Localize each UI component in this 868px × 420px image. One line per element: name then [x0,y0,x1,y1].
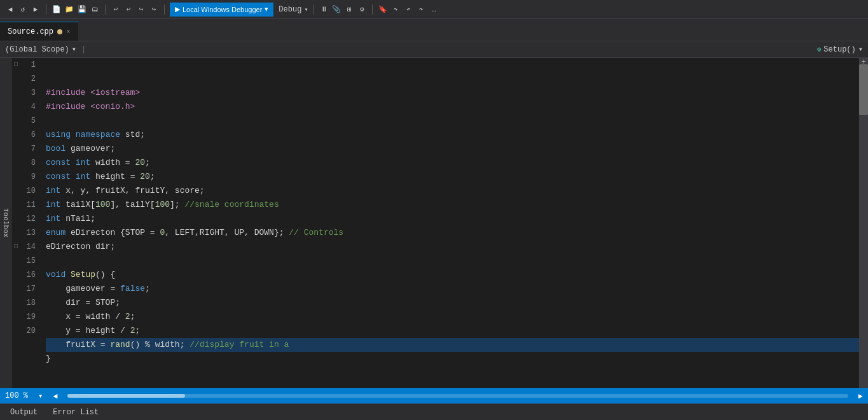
tab-label: Source.cpp [8,27,53,36]
scroll-position [67,394,184,398]
save-icon[interactable]: 💾 [77,4,87,15]
play-icon: ▶ [175,5,180,13]
scope-dropdown[interactable]: (Global Scope) ▾ [5,45,76,54]
gutter-line: 2 [11,72,38,86]
line-gutter: □12345678910111213□14151617181920 [11,58,43,388]
token: x = width / [46,310,125,324]
code-line: const int height = 20; [46,170,859,184]
token: 20 [140,170,150,184]
pause-icon[interactable]: ⏸ [319,4,329,15]
token: 100 [95,198,110,212]
redo-icon[interactable]: ↪ [136,4,146,15]
gutter-line: 11 [11,198,38,212]
target-icon[interactable]: ⊞ [344,4,354,15]
debug-dropdown-icon[interactable]: ▾ [304,6,308,13]
token: //snale coordinates [184,198,279,212]
code-editor[interactable]: □12345678910111213□14151617181920 #inclu… [11,58,868,388]
line-number: 10 [20,184,36,198]
toolbox-label: Toolbox [2,208,10,237]
refresh-icon[interactable]: ↺ [18,4,28,15]
fold-icon[interactable]: □ [14,240,18,254]
code-line: void Setup() { [46,268,859,282]
undo-icon[interactable]: ↩ [111,4,121,15]
token [65,268,71,282]
attach-icon[interactable]: 📎 [331,4,341,15]
output-tab[interactable]: Output [5,405,43,419]
function-dropdown[interactable]: ⚙ Setup() ▾ [817,45,863,54]
line-number: 1 [20,58,36,72]
gutter-line: □14 [11,240,38,254]
function-type-icon: ⚙ [817,45,822,53]
more-icon[interactable]: … [429,4,439,15]
separator [313,4,313,15]
token: 2 [125,310,130,324]
step-icon[interactable]: ↷ [390,4,401,15]
zoom-level: 100 % [5,391,28,400]
redo2-icon[interactable]: ↪ [149,4,159,15]
scrollbar-thumb[interactable] [859,64,868,115]
token: const [46,170,71,184]
code-line: using namespace std; [46,128,859,142]
token: fruitX = [46,338,110,352]
fold-icon[interactable]: □ [14,58,18,72]
error-list-tab[interactable]: Error List [48,405,104,419]
gutter-line: 15 [11,254,38,268]
line-number: 18 [20,296,36,310]
close-tab-button[interactable]: × [66,28,71,36]
gutter-line: 18 [11,296,38,310]
token: // Controls [289,226,343,240]
token: 0 [160,226,165,240]
undo2-icon[interactable]: ↩ [123,4,134,15]
line-number: 17 [20,282,36,296]
code-line: eDirecton dir; [46,240,859,254]
token: ; [135,324,140,338]
scroll-right-icon[interactable]: ▶ [858,391,863,401]
new-file-icon[interactable]: 📄 [52,4,62,15]
token: ; [150,170,155,184]
back-icon[interactable]: ◀ [5,4,15,15]
line-number: 6 [20,128,36,142]
code-line: const int width = 20; [46,156,859,170]
gutter-line: 3 [11,86,38,100]
code-line: enum eDirecton {STOP = 0, LEFT,RIGHT, UP… [46,226,859,240]
token: 2 [130,324,135,338]
token: , LEFT,RIGHT, UP, DOWN}; [165,226,289,240]
token: } [46,352,51,366]
gutter-line: 9 [11,170,38,184]
token: int [46,198,60,212]
code-line: int x, y, fruitX, fruitY, score; [46,184,859,198]
step3-icon[interactable]: ↷ [416,4,426,15]
vertical-scrollbar[interactable]: + [859,58,868,388]
open-icon[interactable]: 📁 [64,4,74,15]
token: () % width; [130,338,190,352]
forward-icon[interactable]: ▶ [31,4,41,15]
save-all-icon[interactable]: 🗂 [90,4,100,15]
line-number: 19 [20,310,36,324]
expand-icon[interactable]: + [859,58,868,67]
chevron-down-icon: ▾ [265,5,268,13]
line-number: 3 [20,86,36,100]
token: dir = STOP; [46,296,120,310]
code-line: int nTail; [46,212,859,226]
code-line: #include <conio.h> [46,100,859,114]
bookmark-icon[interactable]: 🔖 [378,4,388,15]
bottom-panel-tabs: Output Error List [0,403,868,420]
line-number: 14 [20,240,36,254]
toolbox-sidebar[interactable]: Toolbox [0,58,11,388]
line-number: 11 [20,198,36,212]
line-number: 2 [20,72,36,86]
line-number: 12 [20,212,36,226]
scroll-left-icon[interactable]: ◀ [53,391,57,401]
config-icon[interactable]: ⚙ [357,4,367,15]
line-number: 20 [20,324,36,338]
separator [105,4,106,15]
code-area[interactable]: #include <iostream>#include <conio.h>usi… [43,58,859,388]
step2-icon[interactable]: ↶ [403,4,413,15]
run-button[interactable]: ▶ Local Windows Debugger ▾ [170,3,273,17]
token: bool [46,142,65,156]
token: 20 [135,156,145,170]
tab-source-cpp[interactable]: Source.cpp × [0,22,79,41]
zoom-dropdown-icon[interactable]: ▾ [38,391,43,401]
separator [372,4,373,15]
function-label: Setup() [823,45,855,54]
